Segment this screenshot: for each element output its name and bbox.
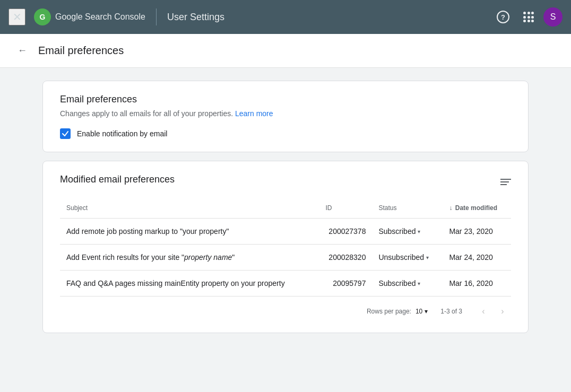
- page-title: Email preferences: [38, 45, 124, 57]
- table-row: Add remote job posting markup to "your p…: [60, 219, 511, 245]
- app-header: ✕ G Google Search Console User Settings …: [0, 0, 571, 34]
- email-prefs-subtitle: Changes apply to all emails for all of y…: [60, 109, 511, 118]
- filter-button[interactable]: [500, 179, 511, 185]
- rows-per-page-select[interactable]: 10 ▾: [416, 308, 428, 315]
- cell-id: 200027378: [319, 219, 372, 245]
- col-subject: Subject: [60, 200, 319, 219]
- col-id: ID: [319, 200, 372, 219]
- rows-per-page-value: 10: [416, 308, 422, 315]
- cell-subject: Add remote job posting markup to "your p…: [60, 219, 319, 245]
- pagination-row: Rows per page: 10 ▾ 1-3 of 3 ‹ ›: [60, 296, 511, 320]
- cell-status: Unsubscribed ▾: [372, 245, 443, 271]
- app-name: Google Search Console: [55, 12, 145, 22]
- col-status: Status: [372, 200, 443, 219]
- page-navigation: ‹ ›: [475, 303, 511, 320]
- rows-per-page-label: Rows per page:: [367, 308, 411, 315]
- table-header: Subject ID Status ↓ Date modified: [60, 200, 511, 219]
- modified-card-header: Modified email preferences: [60, 174, 511, 189]
- cell-subject: Add Event rich results for your site "pr…: [60, 245, 319, 271]
- prev-page-button[interactable]: ‹: [475, 303, 492, 320]
- cell-status: Subscribed ▾: [372, 271, 443, 297]
- dropdown-arrow-icon: ▾: [418, 229, 420, 234]
- notification-checkbox-row: Enable notification by email: [60, 128, 511, 139]
- table-row: Add Event rich results for your site "pr…: [60, 245, 511, 271]
- cell-date: Mar 23, 2020: [443, 219, 511, 245]
- avatar-letter: S: [550, 12, 556, 22]
- prev-icon: ‹: [482, 307, 485, 316]
- cell-subject: FAQ and Q&A pages missing mainEntity pro…: [60, 271, 319, 297]
- email-prefs-title: Email preferences: [60, 94, 511, 105]
- user-avatar[interactable]: S: [543, 7, 563, 27]
- main-content: Email preferences Changes apply to all e…: [0, 68, 571, 346]
- next-icon: ›: [501, 307, 504, 316]
- close-button[interactable]: ✕: [8, 8, 25, 25]
- help-button[interactable]: ?: [492, 6, 514, 28]
- table-header-row: Subject ID Status ↓ Date modified: [60, 200, 511, 219]
- checkmark-icon: [62, 130, 69, 137]
- col-date-label: Date modified: [455, 204, 497, 212]
- status-value: Subscribed: [378, 227, 416, 236]
- help-icon: ?: [497, 11, 509, 23]
- status-value: Unsubscribed: [378, 253, 424, 262]
- grid-icon: [523, 12, 534, 22]
- cell-date: Mar 24, 2020: [443, 245, 511, 271]
- page-info: 1-3 of 3: [440, 308, 462, 315]
- table-body: Add remote job posting markup to "your p…: [60, 219, 511, 297]
- status-value: Subscribed: [378, 279, 416, 288]
- cell-status: Subscribed ▾: [372, 219, 443, 245]
- rows-dropdown-icon: ▾: [425, 308, 428, 315]
- dropdown-arrow-icon: ▾: [426, 255, 429, 260]
- header-actions: ? S: [492, 6, 563, 28]
- rows-per-page: Rows per page: 10 ▾: [367, 308, 428, 315]
- back-button[interactable]: ←: [13, 41, 32, 60]
- modified-preferences-card: Modified email preferences Subject ID St…: [42, 161, 529, 333]
- search-console-logo-icon: G: [34, 8, 51, 25]
- header-divider: [156, 8, 157, 25]
- preferences-table: Subject ID Status ↓ Date modified Add re…: [60, 200, 511, 296]
- notification-checkbox[interactable]: [60, 128, 71, 139]
- learn-more-link[interactable]: Learn more: [235, 109, 273, 118]
- status-dropdown[interactable]: Subscribed ▾: [378, 227, 436, 236]
- dropdown-arrow-icon: ▾: [418, 281, 420, 286]
- email-preferences-card: Email preferences Changes apply to all e…: [42, 81, 529, 152]
- back-arrow-icon: ←: [18, 45, 27, 56]
- next-page-button[interactable]: ›: [494, 303, 511, 320]
- status-dropdown[interactable]: Subscribed ▾: [378, 279, 436, 288]
- email-prefs-subtitle-text: Changes apply to all emails for all of y…: [60, 109, 233, 118]
- cell-id: 20095797: [319, 271, 372, 297]
- grid-menu-button[interactable]: [518, 6, 539, 28]
- status-dropdown[interactable]: Unsubscribed ▾: [378, 253, 436, 262]
- svg-text:G: G: [40, 13, 46, 21]
- cell-id: 200028320: [319, 245, 372, 271]
- app-logo: G Google Search Console: [34, 8, 145, 25]
- close-icon: ✕: [13, 11, 22, 23]
- cell-date: Mar 16, 2020: [443, 271, 511, 297]
- table-row: FAQ and Q&A pages missing mainEntity pro…: [60, 271, 511, 297]
- subject-italic-part: property name: [184, 253, 232, 262]
- sub-header: ← Email preferences: [0, 34, 571, 68]
- header-title: User Settings: [167, 12, 492, 23]
- modified-prefs-title: Modified email preferences: [60, 174, 175, 185]
- col-date[interactable]: ↓ Date modified: [443, 200, 511, 219]
- notification-label: Enable notification by email: [77, 129, 167, 138]
- sort-icon: ↓: [449, 204, 452, 212]
